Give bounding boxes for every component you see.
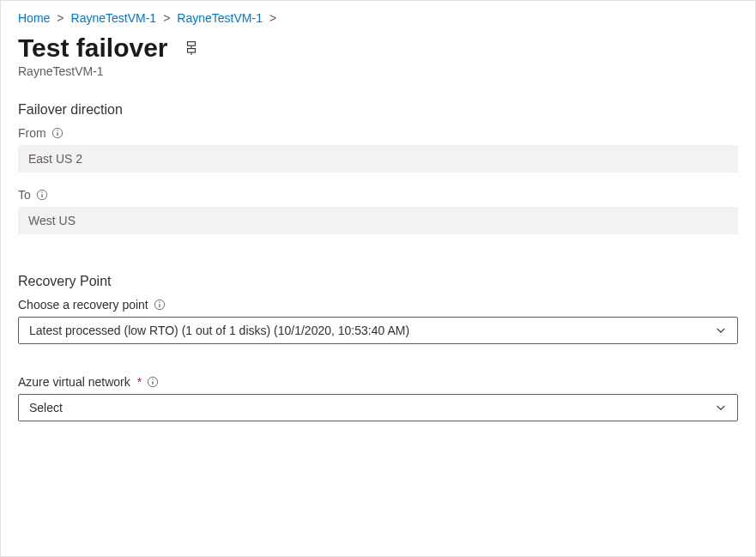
virtual-network-select[interactable]: Select xyxy=(18,394,738,421)
breadcrumb: Home > RayneTestVM-1 > RayneTestVM-1 > xyxy=(18,11,738,25)
from-region-value: East US 2 xyxy=(18,145,738,173)
info-icon[interactable] xyxy=(154,299,166,311)
page-header: Test failover xyxy=(18,33,738,63)
breadcrumb-level1[interactable]: RayneTestVM-1 xyxy=(71,11,157,25)
breadcrumb-home[interactable]: Home xyxy=(18,11,50,25)
svg-point-12 xyxy=(159,301,160,302)
breadcrumb-separator: > xyxy=(163,11,170,25)
virtual-network-label-row: Azure virtual network * xyxy=(18,375,738,389)
svg-point-9 xyxy=(41,191,42,192)
chevron-down-icon xyxy=(715,402,727,414)
required-star: * xyxy=(137,375,142,389)
choose-recovery-label-row: Choose a recovery point xyxy=(18,298,738,312)
svg-rect-0 xyxy=(187,42,195,46)
svg-rect-1 xyxy=(187,49,195,53)
virtual-network-label: Azure virtual network xyxy=(18,375,130,389)
svg-point-15 xyxy=(152,378,153,379)
recovery-point-heading: Recovery Point xyxy=(18,274,738,289)
info-icon[interactable] xyxy=(147,376,159,388)
to-label-row: To xyxy=(18,188,738,202)
to-region-value: West US xyxy=(18,207,738,234)
breadcrumb-separator: > xyxy=(57,11,64,25)
page-title: Test failover xyxy=(18,33,168,63)
from-label: From xyxy=(18,126,46,140)
svg-point-6 xyxy=(57,130,57,130)
to-label: To xyxy=(18,188,31,202)
virtual-network-selected: Select xyxy=(29,401,63,415)
pin-icon[interactable] xyxy=(184,40,199,56)
recovery-point-select[interactable]: Latest processed (low RTO) (1 out of 1 d… xyxy=(18,317,738,344)
failover-direction-heading: Failover direction xyxy=(18,102,738,118)
chevron-down-icon xyxy=(715,324,727,336)
info-icon[interactable] xyxy=(36,189,48,201)
page-subtitle: RayneTestVM-1 xyxy=(18,64,738,78)
choose-recovery-label: Choose a recovery point xyxy=(18,298,148,312)
from-label-row: From xyxy=(18,126,738,140)
breadcrumb-level2[interactable]: RayneTestVM-1 xyxy=(177,11,263,25)
recovery-point-selected: Latest processed (low RTO) (1 out of 1 d… xyxy=(29,324,409,337)
info-icon[interactable] xyxy=(51,127,64,139)
breadcrumb-separator: > xyxy=(269,11,276,25)
